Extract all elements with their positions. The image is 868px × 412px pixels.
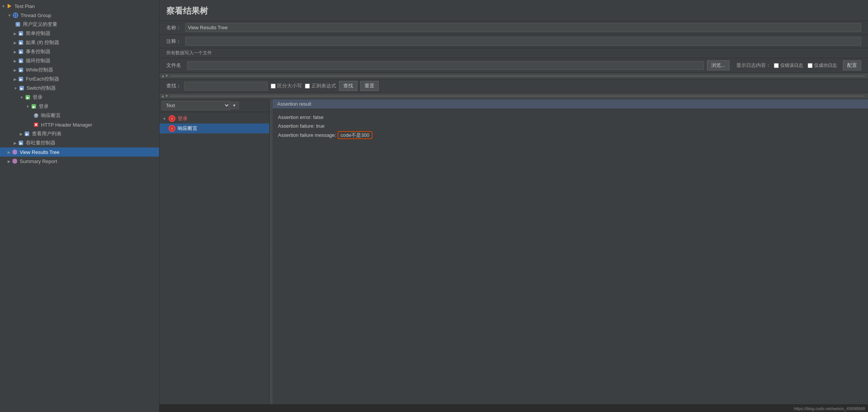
view-select-arrow[interactable]: ▼ — [230, 102, 239, 109]
comment-input[interactable] — [185, 37, 861, 46]
tree-arrow-if-controller: ▶ — [14, 41, 17, 45]
view-selector-row: TextRegExp TesterCSS/JQuery TesterXPath … — [159, 99, 269, 112]
arrow-down-2[interactable]: ▼ — [165, 94, 169, 98]
tree-arrow-loop-controller: ▶ — [14, 59, 17, 63]
svg-text:▶: ▶ — [20, 59, 22, 63]
sidebar-label-user-list: 查看用户列表 — [32, 130, 62, 137]
sidebar-item-switch-controller[interactable]: ▼▶Switch控制器 — [0, 84, 159, 93]
success-log-checkbox-label[interactable]: 仅成功日志 — [808, 62, 837, 69]
sidebar-item-login-group[interactable]: ▼▶登录 — [0, 93, 159, 102]
sidebar-item-response-assertion[interactable]: ?响应断言 — [0, 111, 159, 120]
arrow-up[interactable]: ▲ — [161, 74, 165, 78]
error-log-checkbox-label[interactable]: 仅错误日志 — [774, 62, 803, 69]
name-input[interactable] — [185, 23, 861, 32]
sidebar-item-throughput-controller[interactable]: ▶▶吞吐量控制器 — [0, 138, 159, 147]
sidebar-icon-view-results-tree — [11, 149, 18, 155]
assertion-message-value: code不是300 — [338, 131, 372, 139]
divider-handle-2 — [170, 95, 865, 97]
arrow-up-2[interactable]: ▲ — [161, 94, 165, 98]
sidebar-label-foreach-controller: ForEach控制器 — [26, 76, 59, 82]
sidebar-label-transaction-controller: 事务控制器 — [26, 48, 51, 55]
sidebar-label-summary-report: Summary Report — [20, 158, 57, 164]
tree-arrow-throughput-controller: ▶ — [14, 141, 17, 145]
svg-text:▶: ▶ — [20, 32, 22, 36]
assertion-line-2: Assertion failure message: code不是300 — [278, 131, 863, 139]
svg-text:▶: ▶ — [20, 141, 22, 145]
sidebar-label-user-defined-vars: 用户定义的变量 — [23, 21, 57, 28]
sidebar-item-if-controller[interactable]: ▶▶如果 (If) 控制器 — [0, 38, 159, 47]
tree-arrow-test-plan: ▼ — [2, 4, 5, 8]
sidebar-item-foreach-controller[interactable]: ▶▶ForEach控制器 — [0, 74, 159, 84]
file-section-label: 所有数据写入一个文件 — [159, 48, 868, 58]
svg-text:▶: ▶ — [20, 78, 22, 81]
sidebar-label-simple-controller: 简单控制器 — [26, 30, 51, 37]
sidebar-label-http-header-manager: HTTP Header Manager — [41, 122, 92, 128]
sidebar-item-view-results-tree[interactable]: ▶View Results Tree — [0, 147, 159, 157]
sidebar-item-thread-group[interactable]: ▼Thread Group — [0, 11, 159, 20]
sidebar-item-user-defined-vars[interactable]: X用户定义的变量 — [0, 20, 159, 29]
filename-label: 文件名 — [166, 62, 181, 69]
search-input[interactable] — [184, 82, 268, 90]
sidebar-icon-if-controller: ▶ — [17, 39, 24, 46]
case-sensitive-checkbox[interactable] — [271, 84, 276, 89]
error-log-checkbox[interactable] — [774, 63, 779, 68]
tree-arrow-simple-controller: ▶ — [14, 32, 17, 36]
arrow-down[interactable]: ▼ — [165, 74, 169, 78]
sidebar-item-login-sampler[interactable]: ▼▶登录 — [0, 102, 159, 111]
result-item-response-assertion-result[interactable]: !响应断言 — [159, 124, 269, 133]
sidebar-item-loop-controller[interactable]: ▶▶循环控制器 — [0, 56, 159, 65]
sidebar-icon-foreach-controller: ▶ — [17, 76, 24, 82]
detail-pane: Assertion result Assertion error: falseA… — [273, 99, 868, 404]
svg-marker-33 — [13, 149, 17, 155]
name-row: 名称： — [159, 21, 868, 35]
regex-label[interactable]: 正则表达式 — [305, 82, 336, 89]
svg-text:▶: ▶ — [20, 87, 23, 90]
sidebar-icon-thread-group — [12, 12, 19, 19]
sidebar-icon-user-defined-vars: X — [14, 21, 21, 28]
sidebar-item-while-controller[interactable]: ▶▶While控制器 — [0, 65, 159, 74]
tree-arrow-foreach-controller: ▶ — [14, 77, 17, 81]
vertical-splitter[interactable]: ⋮ — [270, 99, 273, 404]
svg-text:▶: ▶ — [26, 132, 28, 136]
sidebar-item-transaction-controller[interactable]: ▶▶事务控制器 — [0, 47, 159, 56]
status-url: https://blog.csdn.net/weixin_45898848 — [794, 406, 865, 411]
svg-text:!: ! — [172, 127, 173, 130]
svg-marker-0 — [8, 4, 11, 8]
divider-handle — [170, 75, 865, 77]
result-icon-login-result: ! — [169, 115, 175, 122]
success-log-checkbox[interactable] — [808, 63, 813, 68]
panel-title: 察看结果树 — [159, 0, 868, 21]
svg-text:▶: ▶ — [26, 96, 29, 100]
sidebar-item-test-plan[interactable]: ▼Test Plan — [0, 2, 159, 11]
sidebar-label-loop-controller: 循环控制器 — [26, 57, 51, 64]
sidebar-item-simple-controller[interactable]: ▶▶简单控制器 — [0, 29, 159, 38]
sidebar-item-user-list[interactable]: ▶▶查看用户列表 — [0, 129, 159, 138]
assertion-line-0: Assertion error: false — [278, 113, 863, 122]
find-button[interactable]: 查找 — [339, 81, 357, 91]
sidebar-label-login-group: 登录 — [33, 94, 43, 101]
tree-arrow-view-results-tree: ▶ — [8, 150, 11, 154]
search-label: 查找： — [166, 82, 181, 89]
sidebar-label-test-plan: Test Plan — [14, 3, 35, 9]
comment-label: 注释： — [166, 38, 185, 45]
svg-text:!: ! — [172, 117, 173, 120]
sidebar-item-http-header-manager[interactable]: HTTP Header Manager — [0, 120, 159, 129]
svg-text:?: ? — [35, 114, 37, 118]
reset-button[interactable]: 重置 — [360, 81, 379, 91]
case-sensitive-label[interactable]: 区分大小写 — [271, 82, 302, 89]
status-bar: https://blog.csdn.net/weixin_45898848 — [159, 404, 868, 412]
tree-arrow-login-sampler: ▼ — [26, 105, 30, 109]
sidebar-item-summary-report[interactable]: ▶Summary Report — [0, 157, 159, 166]
assertion-tab-header[interactable]: Assertion result — [273, 99, 868, 109]
filename-input[interactable] — [187, 61, 704, 70]
result-label-response-assertion-result: 响应断言 — [178, 125, 197, 132]
tree-arrow-while-controller: ▶ — [14, 68, 17, 72]
sidebar-icon-user-list: ▶ — [24, 130, 30, 137]
sidebar: ▼Test Plan▼Thread GroupX用户定义的变量▶▶简单控制器▶▶… — [0, 0, 159, 412]
config-button[interactable]: 配置 — [843, 60, 861, 70]
browse-button[interactable]: 浏览... — [707, 60, 729, 70]
tree-arrow-transaction-controller: ▶ — [14, 50, 17, 54]
view-type-select[interactable]: TextRegExp TesterCSS/JQuery TesterXPath … — [162, 101, 230, 110]
result-item-login-result[interactable]: ▼!登录 — [159, 114, 269, 124]
regex-checkbox[interactable] — [305, 84, 310, 89]
